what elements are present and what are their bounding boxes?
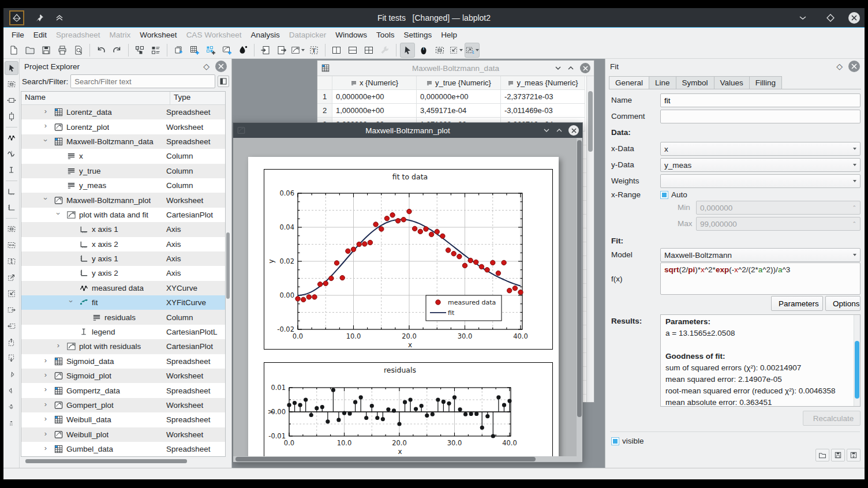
load-config-icon[interactable] — [815, 449, 829, 461]
zoom-select-button[interactable] — [432, 43, 447, 58]
data-cell[interactable]: -3,011469e-03 — [501, 104, 585, 118]
split-left-right-button[interactable] — [329, 43, 344, 58]
add-xy-curve-button[interactable] — [5, 131, 18, 145]
options-button[interactable]: Options — [825, 296, 860, 311]
menu-matrix[interactable]: Matrix — [105, 29, 136, 40]
tree-row-legend[interactable]: legendCartesianPlotL — [21, 325, 225, 339]
collapse-icon[interactable]: › — [42, 196, 50, 202]
save-button[interactable] — [39, 43, 54, 58]
tab-general[interactable]: General — [609, 76, 649, 89]
plot-window-titlebar[interactable]: Maxwell-Boltzmann_plot — [233, 123, 582, 138]
select-and-edit-button[interactable] — [5, 61, 18, 75]
menu-tools[interactable]: Tools — [372, 29, 399, 40]
expand-icon[interactable]: › — [42, 429, 49, 438]
results-scrollbar[interactable] — [854, 315, 860, 406]
shift-right-x-button[interactable] — [5, 303, 18, 317]
float-dock-icon[interactable]: ◇ — [836, 62, 843, 71]
tree-row-fit[interactable]: ›fitXYFitCurve — [21, 295, 225, 310]
comment-input[interactable] — [660, 110, 860, 123]
window-shade-icon[interactable] — [543, 127, 550, 134]
close-dock-icon[interactable] — [215, 61, 227, 72]
expand-icon[interactable]: › — [42, 400, 49, 408]
worksheet-page[interactable]: fit to data0.010.020.030.040.0-0.020.000… — [248, 157, 559, 462]
minimize-icon[interactable] — [796, 12, 809, 24]
parameters-button[interactable]: Parameters — [771, 296, 823, 311]
min-spinbox[interactable]: 0,000000⌃ — [696, 201, 860, 215]
new-spreadsheet-button[interactable] — [187, 43, 202, 58]
add-legend-button[interactable] — [5, 163, 18, 177]
app-icon[interactable] — [9, 10, 24, 25]
float-dock-icon[interactable]: ◇ — [203, 62, 209, 71]
zoom-select-y-region-button[interactable] — [5, 254, 18, 268]
scale-auto-x-button[interactable] — [5, 367, 18, 381]
tree-column-name[interactable]: Name — [21, 92, 170, 104]
menu-worksheet[interactable]: Worksheet — [135, 29, 181, 40]
worksheet-view[interactable]: fit to data0.010.020.030.040.0-0.020.000… — [233, 138, 582, 462]
tree-row-weibull_plot[interactable]: ›Weibull_plotWorksheet — [21, 427, 225, 442]
toggle-project-explorer-button[interactable] — [132, 43, 147, 58]
tree-row-maxwell-boltzmann_data[interactable]: ›Maxwell-Boltzmann_dataSpreadsheet — [21, 134, 225, 149]
tree-row-x[interactable]: xColumn — [21, 149, 225, 163]
corner-header-cell[interactable] — [317, 76, 332, 90]
zoom-in-button[interactable] — [5, 271, 18, 284]
plot-horizontal-scrollbar[interactable] — [233, 456, 582, 462]
navigate-button[interactable] — [416, 43, 431, 58]
collapse-icon[interactable]: › — [54, 210, 63, 217]
x-data-combo[interactable]: x — [660, 142, 860, 156]
menu-edit[interactable]: Edit — [29, 29, 51, 40]
window-close-icon[interactable] — [580, 63, 590, 73]
menu-spreadsheet[interactable]: Spreadsheet — [51, 29, 105, 40]
resize-horizontal-button[interactable] — [5, 93, 18, 107]
new-workbook-button[interactable] — [171, 43, 186, 58]
y-data-combo[interactable]: y_meas — [660, 158, 860, 172]
close-icon[interactable] — [848, 12, 860, 24]
tree-row-sigmoid_plot[interactable]: ›Sigmoid_plotWorksheet — [21, 369, 225, 383]
import-button[interactable] — [258, 43, 273, 58]
print-button[interactable] — [55, 43, 70, 58]
shade-icon[interactable] — [53, 12, 66, 24]
expand-icon[interactable]: › — [42, 370, 49, 379]
zoom-fit-button[interactable] — [448, 43, 463, 58]
collapse-icon[interactable]: › — [42, 137, 50, 144]
split-grid-button[interactable] — [361, 43, 376, 58]
add-x-axis-button[interactable] — [5, 185, 18, 198]
menu-settings[interactable]: Settings — [399, 29, 437, 40]
zoom-preset-1-button[interactable]: 1 — [465, 43, 480, 58]
close-dock-icon[interactable] — [848, 61, 860, 72]
maximize-icon[interactable] — [824, 12, 837, 24]
tab-symbol[interactable]: Symbol — [676, 76, 714, 89]
new-document-button[interactable] — [6, 43, 21, 58]
menu-analysis[interactable]: Analysis — [246, 29, 284, 40]
plot-vertical-scrollbar[interactable] — [577, 138, 582, 456]
save-as-config-icon[interactable] — [847, 449, 860, 461]
dropdown-caret-icon[interactable] — [459, 49, 463, 51]
filter-options-icon[interactable] — [218, 76, 229, 87]
tree-row-maxwell-boltzmann_plot[interactable]: ›Maxwell-Boltzmann_plotWorksheet — [21, 193, 225, 207]
tree-row-y-axis-2[interactable]: y axis 2Axis — [21, 266, 225, 280]
search-input[interactable] — [70, 74, 215, 88]
redo-button[interactable] — [110, 43, 125, 58]
undo-button[interactable] — [93, 43, 108, 58]
zoom-fit-selection-button[interactable] — [5, 287, 18, 301]
results-box[interactable]: Parameters:a = 13.1565±2.0508 Goodness o… — [660, 314, 860, 407]
resize-vertical-button[interactable] — [5, 110, 18, 123]
configure-button[interactable] — [377, 43, 392, 58]
auto-range-checkbox[interactable]: Auto — [660, 190, 687, 199]
menu-help[interactable]: Help — [436, 29, 462, 40]
zoom-select-region-button[interactable] — [5, 222, 18, 236]
window-close-icon[interactable] — [568, 125, 579, 136]
tree-row-residuals[interactable]: residualsColumn — [21, 310, 225, 324]
tree-row-x-axis-2[interactable]: x axis 2Axis — [21, 237, 225, 251]
column-header[interactable]: x {Numeric} — [332, 76, 417, 90]
tree-row-lorentz_plot[interactable]: ›Lorentz_plotWorksheet — [21, 119, 225, 134]
window-unshade-icon[interactable] — [556, 127, 563, 134]
tree-row-lorentz_data[interactable]: ›Lorentz_dataSpreadsheet — [21, 105, 225, 119]
column-header[interactable]: y_meas {Numeric} — [501, 76, 585, 90]
print-preview-button[interactable] — [71, 43, 86, 58]
row-number-cell[interactable]: 1 — [317, 90, 332, 104]
tree-row-y-axis-1[interactable]: y axis 1Axis — [21, 251, 225, 266]
tree-row-y_true[interactable]: y_trueColumn — [21, 164, 225, 178]
text-label-button[interactable]: T — [306, 43, 321, 58]
name-input[interactable] — [660, 93, 860, 107]
tree-row-measured-data[interactable]: measured dataXYCurve — [21, 281, 225, 295]
